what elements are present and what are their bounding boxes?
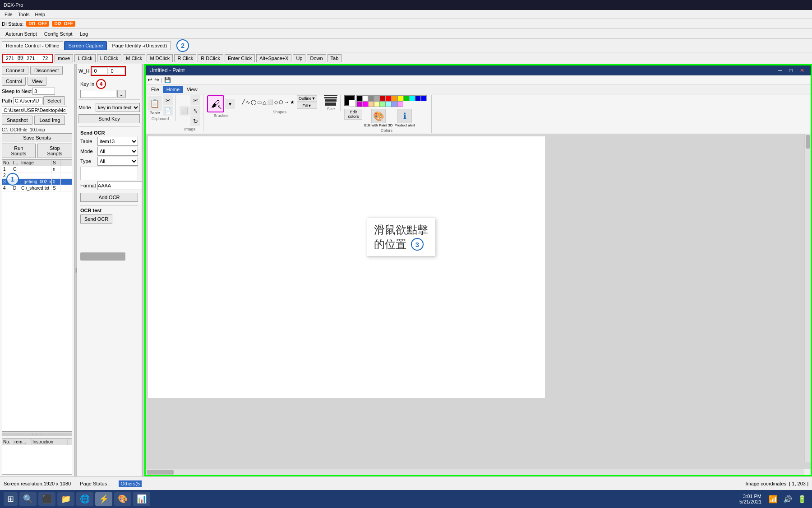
run-scripts-btn[interactable]: Run Scripts <box>2 144 36 158</box>
page-identify-tab[interactable]: Page Identify -(Unsaved) <box>108 41 171 50</box>
resize-btn[interactable]: ⤡ <box>190 106 200 116</box>
file-explorer-btn[interactable]: 📁 <box>57 492 74 506</box>
color-lightgray[interactable] <box>374 95 380 101</box>
size-1[interactable] <box>324 95 337 96</box>
color-lightblue[interactable] <box>392 101 397 107</box>
stop-scripts-btn[interactable]: Stop Scripts <box>37 144 72 158</box>
color-lightyellow[interactable] <box>374 101 380 107</box>
mode-select[interactable]: key in from text <box>96 103 140 112</box>
log-tab[interactable]: Log <box>76 30 92 37</box>
dex-pro-taskbar-btn[interactable]: ⚡ <box>95 492 112 506</box>
color-blue[interactable] <box>421 95 427 101</box>
snapshot-btn[interactable]: Snapshot <box>2 116 32 125</box>
rect-shape[interactable]: ▭ <box>257 99 262 105</box>
m-click-btn[interactable]: M Click <box>123 54 145 62</box>
resize-handle[interactable] <box>2 433 72 436</box>
move-btn[interactable]: move <box>55 54 73 62</box>
maximize-btn[interactable]: □ <box>787 67 795 74</box>
paste-btn[interactable]: 📋 <box>148 96 162 111</box>
save-scripts-btn[interactable]: Save Scripts <box>2 133 72 142</box>
undo-icon[interactable]: ↩ <box>148 76 152 83</box>
brushes-dropdown-btn[interactable]: ▼ <box>225 99 235 109</box>
send-ocr-btn[interactable]: Send OCR <box>80 214 112 224</box>
table-row[interactable]: 1 C n <box>2 166 72 172</box>
color2-swatch[interactable] <box>349 100 356 107</box>
wh-h-input[interactable] <box>109 67 125 75</box>
alt-space-x-btn[interactable]: Alt+Space+X <box>256 54 291 62</box>
color-gray[interactable] <box>368 95 374 101</box>
scrollbar-thumb-h[interactable] <box>147 470 174 475</box>
paint-file-menu[interactable]: File <box>148 86 163 93</box>
keyin-browse-btn[interactable]: ... <box>117 90 126 98</box>
remote-control-tab[interactable]: Remote Control - Offline <box>2 41 63 50</box>
crop-btn[interactable]: ✂ <box>190 95 200 105</box>
redo-icon[interactable]: ↪ <box>154 76 159 83</box>
star-shape[interactable]: ★ <box>290 99 295 105</box>
screen-capture-tab[interactable]: Screen Capture <box>64 41 107 50</box>
ocr-text-area[interactable] <box>80 167 138 180</box>
select-tool-btn[interactable]: ⬜ <box>180 106 189 116</box>
line-shape[interactable]: ╱ <box>242 99 245 105</box>
full-path-input[interactable] <box>2 107 67 114</box>
edge-btn[interactable]: 🌐 <box>76 492 93 506</box>
path-input[interactable] <box>13 97 42 104</box>
up-btn[interactable]: Up <box>293 54 305 62</box>
color-darkblue[interactable] <box>415 95 421 101</box>
view-btn[interactable]: View <box>28 77 46 86</box>
triangle-shape[interactable]: △ <box>263 99 266 105</box>
color-lightgreen[interactable] <box>380 101 386 107</box>
connect-btn[interactable]: Connect <box>2 66 28 75</box>
menu-help[interactable]: Help <box>32 11 48 18</box>
paint-home-menu[interactable]: Home <box>163 86 183 93</box>
disconnect-btn[interactable]: Disconnect <box>30 66 63 75</box>
color-lightcyan[interactable] <box>386 101 392 107</box>
control-btn[interactable]: Control <box>2 77 26 86</box>
color-magenta[interactable] <box>362 101 368 107</box>
vertical-scrollbar[interactable] <box>804 134 811 462</box>
send-key-btn[interactable]: Send Key <box>78 114 140 123</box>
edit-colors-btn[interactable]: Edit colors <box>344 109 362 120</box>
load-img-btn[interactable]: Load Img <box>34 116 65 125</box>
close-btn[interactable]: ✕ <box>797 67 807 74</box>
start-btn[interactable]: ⊞ <box>4 492 18 506</box>
search-btn[interactable]: 🔍 <box>19 492 37 506</box>
curve-shape[interactable]: ∿ <box>246 99 250 105</box>
diamond-shape[interactable]: ◇ <box>274 99 278 105</box>
paint-view-menu[interactable]: View <box>183 86 201 93</box>
pentagon-shape[interactable]: ⬠ <box>279 99 283 105</box>
color-purple[interactable] <box>356 101 362 107</box>
rotate-btn[interactable]: ↻ <box>190 116 200 126</box>
scrollbar-thumb-v[interactable] <box>806 135 810 149</box>
l-dclick-btn[interactable]: L DClick <box>97 54 122 62</box>
keyin-input[interactable] <box>80 90 116 98</box>
outline-btn[interactable]: Outline▼ <box>297 95 317 102</box>
type-select-ocr[interactable]: All <box>97 157 138 166</box>
network-icon[interactable]: 📶 <box>767 494 780 504</box>
l-click-btn[interactable]: L Click <box>74 54 96 62</box>
paint-taskbar-btn[interactable]: 🎨 <box>114 492 131 506</box>
paint-canvas-area[interactable]: 滑鼠欲點擊 的位置 3 <box>146 134 811 469</box>
table-row[interactable]: 4 D C:\_shared.txt S <box>2 185 72 191</box>
oval-shape[interactable]: ◯ <box>251 99 256 105</box>
color-green[interactable] <box>403 95 409 101</box>
mode-select-ocr[interactable]: All <box>97 147 138 156</box>
color-peach[interactable] <box>368 101 374 107</box>
select-btn[interactable]: Select <box>43 96 65 105</box>
copy-btn[interactable]: 📄 <box>163 106 173 116</box>
format-input[interactable] <box>97 181 142 190</box>
color-black[interactable] <box>356 95 362 101</box>
r-click-btn[interactable]: R Click <box>174 54 196 62</box>
arrow-shape[interactable]: → <box>284 99 289 105</box>
color-white[interactable] <box>362 95 368 101</box>
size-4[interactable] <box>325 103 336 106</box>
add-ocr-btn[interactable]: Add OCR <box>80 193 138 202</box>
wh-w-input[interactable] <box>92 67 108 75</box>
script-table[interactable]: No. I... Image S 1 C n 2 <box>2 159 72 432</box>
extra-btn[interactable]: 📊 <box>133 492 150 506</box>
menu-tools[interactable]: Tools <box>15 11 32 18</box>
fill-btn[interactable]: Fill▼ <box>297 103 317 109</box>
task-view-btn[interactable]: ⬛ <box>38 492 55 506</box>
color-pink[interactable] <box>397 101 403 107</box>
r-dclick-btn[interactable]: R DClick <box>198 54 223 62</box>
save-icon[interactable]: 💾 <box>164 77 171 83</box>
